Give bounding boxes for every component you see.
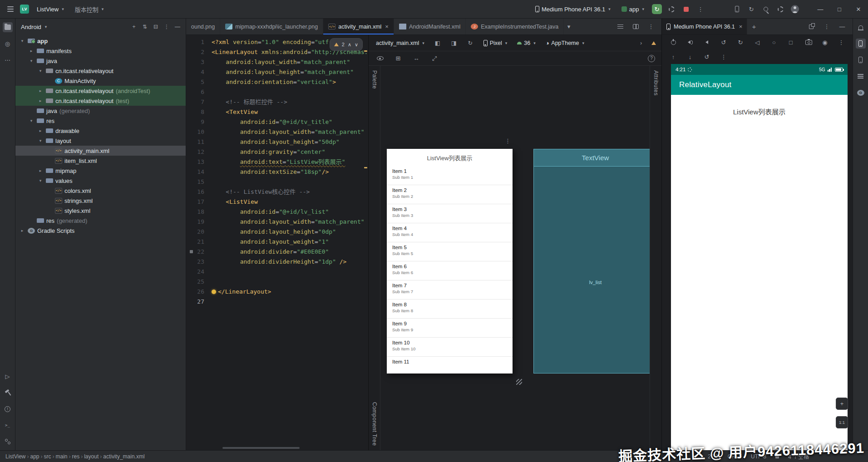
device-selector[interactable]: Medium Phone API 36.1 ▾ [532,5,614,14]
tree-item-item-list-xml[interactable]: item_list.xml [15,156,186,166]
preview-list-item[interactable]: Item 8Sub Item 8 [387,300,513,319]
device-manager-toolwindow-icon[interactable] [856,55,866,65]
gutter-line-number[interactable]: 22 [186,247,204,257]
project-toolwindow-icon[interactable] [3,22,13,32]
emulator-more-icon[interactable]: ⋮ [836,37,846,47]
tree-chevron-icon[interactable]: ▸ [28,49,35,53]
view-options-eye-icon[interactable] [375,54,385,64]
preview-list-item[interactable]: Item 7Sub Item 7 [387,280,513,300]
preview-list-item[interactable]: Item 1Sub Item 1 [387,166,513,185]
gutter-line-number[interactable]: 9 [186,117,204,127]
hidden-tabs-chevron-icon[interactable]: ▾ [564,22,574,32]
lint-warning-icon[interactable] [651,41,656,45]
error-stripe-mark[interactable] [364,50,367,52]
tree-item-drawable[interactable]: ▸drawable [15,126,186,136]
tab-list-icon[interactable] [615,22,625,32]
zoom-reset-button[interactable]: 1:1 [836,416,848,428]
panel-options-icon[interactable]: ⋮ [822,22,832,32]
back-nav-icon[interactable]: ◁ [752,37,762,47]
preview-list-item[interactable]: Item 6Sub Item 6 [387,261,513,280]
preview-api-selector[interactable]: 36 ▾ [515,39,537,47]
tree-chevron-icon[interactable]: ▾ [19,39,25,43]
inspection-widget[interactable]: 2 ∧ ∨ [330,38,363,51]
tree-item-colors-xml[interactable]: colors.xml [15,186,186,196]
tree-chevron-icon[interactable]: ▾ [37,138,44,143]
emulator-screen[interactable]: 4:21 5G RelativeLayout ListView列表展示 [671,64,848,450]
profile-avatar[interactable] [790,4,800,14]
power-button-icon[interactable] [668,37,678,47]
gutter-line-number[interactable]: 1 [186,37,204,47]
palette-tab[interactable]: Palette [371,70,378,89]
breadcrumb-item-res[interactable]: res [72,453,80,460]
device-actions-icon[interactable]: ⋮ [719,52,729,62]
device-mirroring-icon[interactable] [732,4,742,14]
push-file-icon[interactable]: ↑ [668,52,678,62]
design-view-options-icon[interactable]: ⋮ [505,138,511,144]
run-config-selector[interactable]: app ▾ [618,5,647,14]
preview-device-selector[interactable]: Pixel ▾ [482,39,509,47]
close-device-tab-icon[interactable]: × [739,23,743,30]
gutter-line-number[interactable]: 26 [186,287,204,297]
version-control-toolwindow-icon[interactable] [3,437,13,447]
tree-item-cn-itcast-relativelayout-androidtest[interactable]: ▸cn.itcast.relativelayout (androidTest) [15,86,186,96]
close-button[interactable]: ✕ [849,0,868,18]
gutter-line-number[interactable]: 16 [186,187,204,197]
preview-theme-selector[interactable]: ◑ AppTheme ▾ [544,39,586,47]
rotate-left-icon[interactable]: ↺ [719,37,729,47]
tree-item-manifests[interactable]: ▸manifests [15,46,186,56]
horizontal-scrollbar[interactable] [222,447,300,449]
rotate-right-icon[interactable]: ↻ [735,37,745,47]
gutter-line-number[interactable]: 2 [186,47,204,57]
tree-chevron-icon[interactable]: ▾ [37,69,44,73]
pan-arrows-icon[interactable]: ↔ [411,54,421,64]
design-surface-icon[interactable]: ◧ [433,38,443,48]
volume-up-icon[interactable] [685,37,695,47]
breadcrumb-item-app[interactable]: app [30,453,39,460]
select-opened-file-icon[interactable]: ⇅ [140,22,149,31]
tree-chevron-icon[interactable]: ▸ [37,168,44,173]
next-warning-icon[interactable]: ∨ [355,39,358,49]
tree-item-res[interactable]: ▾res [15,116,186,126]
tree-item-mainactivity[interactable]: MainActivity [15,76,186,86]
hide-panel-icon[interactable]: — [173,22,182,31]
tree-chevron-icon[interactable]: ▾ [28,118,35,123]
gutter-line-number[interactable]: 25 [186,277,204,287]
gutter-line-number[interactable]: 13 [186,157,204,167]
build-toolwindow-icon[interactable] [3,388,13,398]
breadcrumb-item-src[interactable]: src [44,453,51,460]
pull-file-icon[interactable]: ↓ [685,52,695,62]
gutter-line-number[interactable]: 23 [186,257,204,267]
run-toolwindow-icon[interactable]: ▷ [3,371,13,381]
gutter-line-number[interactable]: 21 [186,237,204,247]
preview-list-item[interactable]: Item 9Sub Item 9 [387,319,513,338]
gutter-line-number[interactable]: 15 [186,177,204,187]
tree-item-app[interactable]: ▾app [15,36,186,46]
project-selector[interactable]: ListView ▾ [34,5,67,14]
tree-item-java[interactable]: ▾java [15,56,186,66]
gutter-line-number[interactable]: 5 [186,77,204,87]
device-sync-icon[interactable]: ↺ [702,52,712,62]
error-stripe-mark[interactable] [364,167,367,168]
tree-item-res-generated[interactable]: res (generated) [15,216,186,226]
tab-exampleinstrumentedtest-java[interactable]: ExampleInstrumentedTest.java [466,19,564,34]
tree-item-layout[interactable]: ▾layout [15,136,186,146]
tree-chevron-icon[interactable]: ▸ [37,98,44,103]
gutter-line-number[interactable]: 11 [186,137,204,147]
running-devices-toolwindow-icon[interactable] [856,39,866,49]
tree-item-strings-xml[interactable]: strings.xml [15,196,186,206]
tree-item-cn-itcast-relativelayout[interactable]: ▾cn.itcast.relativelayout [15,66,186,76]
blueprint-listview[interactable]: lv_list [534,167,650,373]
terminal-toolwindow-icon[interactable]: >_ [3,420,13,430]
gutter-line-number[interactable]: 27 [186,297,204,307]
tab-mipmap-xxxhdpi-ic-launcher-png[interactable]: mipmap-xxxhdpi\ic_launcher.png [220,19,323,34]
problems-toolwindow-icon[interactable]: ! [3,404,13,414]
gradle-toolwindow-icon[interactable] [856,88,866,98]
gutter-line-number[interactable]: 10 [186,127,204,137]
close-tab-icon[interactable]: × [385,23,389,30]
collapse-all-icon[interactable]: ⊟ [151,22,160,31]
design-canvas[interactable]: ⋮ ⋮ ListView列表展示 Item 1Sub Item 1Item 2S… [380,66,650,450]
zoom-in-button[interactable]: + [836,398,848,410]
gutter-line-number[interactable]: 7 [186,97,204,107]
panel-options-icon[interactable]: ⋮ [162,22,171,31]
split-editor-icon[interactable] [631,22,641,32]
